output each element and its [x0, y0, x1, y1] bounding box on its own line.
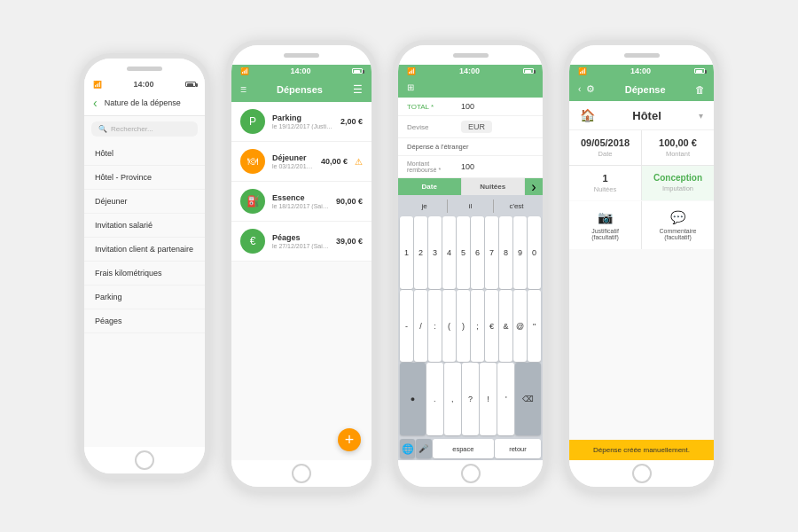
nuitees-tab[interactable]: Nuitées	[462, 178, 525, 195]
globe-key[interactable]: 🌐	[400, 439, 415, 458]
key-dot[interactable]: .	[426, 363, 443, 435]
phone2-status-bar: 📶 14:00	[231, 65, 372, 77]
key-cparen[interactable]: )	[457, 290, 470, 363]
suggest-1[interactable]: je	[402, 200, 447, 213]
key-slash[interactable]: /	[414, 290, 427, 363]
date-tab[interactable]: Date	[398, 178, 461, 195]
phone3-status-icons	[523, 68, 534, 74]
return-key[interactable]: retour	[495, 439, 541, 458]
speaker-2	[284, 53, 319, 58]
home-button-2[interactable]	[292, 464, 311, 483]
key-6[interactable]: 6	[471, 216, 484, 289]
phone4-screen: 📶 14:00 ‹ ⚙ Dépense 🗑 🏠 Hôtel ▾ 09/05/20…	[569, 65, 714, 460]
menu-item[interactable]: Frais kilométriques	[84, 262, 205, 286]
key-5[interactable]: 5	[457, 216, 470, 289]
wifi-icon-3: 📶	[407, 67, 416, 75]
settings-icon-2[interactable]: ☰	[240, 86, 246, 94]
expense-name: Essence	[272, 193, 329, 202]
expense-item[interactable]: €Péagesle 27/12/2017 (Saisie utilisateur…	[231, 222, 372, 262]
key-apostrophe[interactable]: '	[497, 363, 514, 435]
chevron-icon[interactable]: ›	[525, 178, 543, 195]
menu-item[interactable]: Péages	[84, 309, 205, 333]
key-3[interactable]: 3	[428, 216, 442, 289]
expense-amount: 90,00 €	[336, 197, 363, 206]
grid-icon[interactable]: ⊞	[407, 82, 414, 92]
mic-key[interactable]: 🎤	[416, 439, 431, 458]
search-icon: 🔍	[98, 125, 107, 133]
menu-item[interactable]: Déjeuner	[84, 190, 205, 214]
key-amp[interactable]: &	[499, 290, 512, 363]
key-minus[interactable]: -	[400, 290, 413, 363]
phone-3: 📶 14:00 ⊞ TOTAL * 100 Devise EUR Dépense…	[393, 40, 548, 492]
backspace-key[interactable]: ⌫	[515, 363, 541, 435]
hotel-row: 🏠 Hôtel ▾	[569, 101, 714, 130]
detail-date-cell: 09/05/2018 Date	[569, 130, 641, 165]
fab-button[interactable]: +	[338, 428, 361, 451]
foreign-row: Dépense à l'étranger	[398, 138, 543, 156]
key-exclaim[interactable]: !	[480, 363, 497, 435]
montant-value[interactable]: 100	[461, 102, 474, 111]
key-euro[interactable]: €	[485, 290, 498, 363]
keyboard-row-1: 1 2 3 4 5 6 7 8 9 0	[400, 216, 541, 289]
key-9[interactable]: 9	[513, 216, 527, 289]
phone1-header: ‹ Nature de la dépense	[84, 90, 205, 116]
key-4[interactable]: 4	[442, 216, 456, 289]
key-2[interactable]: 2	[414, 216, 427, 289]
detail-imputation-label: Imputation	[651, 184, 705, 192]
key-shift[interactable]: ●	[400, 363, 426, 435]
menu-item[interactable]: Invitation client & partenaire	[84, 238, 205, 262]
phone2-header: ☰ Dépenses ☰	[231, 77, 372, 102]
expense-item[interactable]: 🍽Déjeunerle 03/12/2017 (Saisie utilisate…	[231, 142, 372, 182]
commentaire-action[interactable]: 💬 Commentaire(facultatif)	[642, 201, 714, 249]
home-button-3[interactable]	[461, 464, 481, 483]
battery-icon-2	[352, 68, 363, 74]
phone1-menu-list: HôtelHôtel - ProvinceDéjeunerInvitation …	[84, 142, 205, 447]
keyboard-bottom-row: 🌐 🎤 espace retour	[398, 437, 543, 460]
menu-item[interactable]: Parking	[84, 286, 205, 309]
settings-icon-4[interactable]: ⚙	[586, 83, 595, 95]
back-icon-4[interactable]: ‹	[578, 84, 581, 94]
key-colon[interactable]: :	[428, 290, 442, 363]
expense-item[interactable]: PParkingle 19/12/2017 (Justificatif scan…	[231, 102, 372, 142]
suggest-3[interactable]: c'est	[494, 200, 539, 213]
phone4-status-bar: 📶 14:00	[569, 65, 714, 77]
trash-icon[interactable]: 🗑	[695, 84, 705, 95]
home-button-4[interactable]	[632, 464, 652, 483]
key-comma[interactable]: ,	[444, 363, 461, 435]
key-semi[interactable]: ;	[471, 290, 484, 363]
detail-nuitees-value: 1	[578, 173, 632, 184]
key-1[interactable]: 1	[400, 216, 413, 289]
phone3-time: 14:00	[459, 66, 480, 75]
menu-item[interactable]: Hôtel	[84, 142, 205, 166]
key-quote[interactable]: "	[528, 290, 541, 363]
home-button-1[interactable]	[135, 450, 154, 470]
justificatif-action[interactable]: 📷 Justificatif(facultatif)	[569, 201, 641, 249]
expense-item[interactable]: ⛽Essencele 18/12/2017 (Saisie utilisateu…	[231, 182, 372, 222]
expense-icon: ⛽	[240, 189, 265, 214]
wifi-icon-4: 📶	[578, 67, 587, 75]
key-at[interactable]: @	[513, 290, 527, 363]
menu-item[interactable]: Invitation salarié	[84, 214, 205, 238]
phone-bottom-4	[569, 460, 714, 487]
dropdown-icon[interactable]: ▾	[699, 111, 703, 121]
key-0[interactable]: 0	[528, 216, 541, 289]
footer-text: Dépense créée manuellement.	[593, 446, 690, 454]
phone3-top-bar: ⊞	[398, 77, 543, 98]
menu-item[interactable]: Hôtel - Province	[84, 166, 205, 190]
montant-label: TOTAL *	[407, 103, 456, 111]
phone1-search[interactable]: 🔍 Rechercher...	[91, 121, 198, 137]
detail-nuitees-label: Nuitées	[578, 185, 632, 193]
key-8[interactable]: 8	[499, 216, 512, 289]
keyboard: je il c'est 1 2 3 4 5 6 7 8 9 0 -	[398, 195, 543, 460]
space-key[interactable]: espace	[433, 439, 494, 458]
suggest-2[interactable]: il	[447, 200, 494, 213]
key-oparen[interactable]: (	[442, 290, 456, 363]
menu-icon-2[interactable]: ☰	[353, 83, 363, 96]
devise-value[interactable]: EUR	[461, 121, 492, 133]
phone-top-4	[569, 45, 714, 65]
key-7[interactable]: 7	[485, 216, 498, 289]
back-icon[interactable]: ‹	[93, 96, 98, 110]
phone1-status-bar: 📶 14:00	[84, 78, 205, 90]
key-question[interactable]: ?	[462, 363, 479, 435]
rembours-value[interactable]: 100	[461, 162, 474, 171]
